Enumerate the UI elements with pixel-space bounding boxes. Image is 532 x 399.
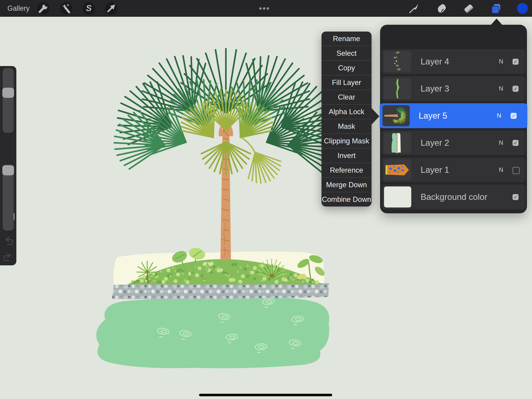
transform-button[interactable] (105, 2, 117, 15)
background-color-row[interactable]: Background color ✓ (382, 185, 525, 209)
menu-callout-arrow (372, 108, 379, 124)
undo-button[interactable] (2, 234, 14, 247)
layer-visibility-checkbox[interactable]: ✓ (513, 140, 519, 146)
menu-item-alpha-lock[interactable]: Alpha Lock (322, 105, 372, 119)
svg-text:S: S (86, 3, 92, 13)
transform-arrow-icon (105, 2, 117, 15)
smudge-tool-button[interactable] (436, 3, 447, 14)
brush-tool-button[interactable] (408, 3, 419, 14)
blend-mode-badge[interactable]: N (496, 49, 506, 74)
menu-item-copy[interactable]: Copy (322, 61, 372, 75)
undo-icon (2, 234, 14, 247)
selection-s-icon: S (82, 2, 95, 15)
background-thumbnail[interactable] (384, 187, 411, 207)
brush-size-handle[interactable] (2, 88, 14, 98)
layer-name[interactable]: Layer 2 (421, 130, 449, 155)
redo-icon (2, 251, 14, 263)
layer2-thumbnail[interactable] (384, 132, 411, 153)
paintbrush-icon (408, 3, 419, 14)
menu-item-fill-layer[interactable]: Fill Layer (322, 75, 372, 90)
layer-name[interactable]: Layer 4 (421, 49, 449, 74)
layer5-thumbnail[interactable] (382, 105, 410, 126)
layers-panel-button[interactable] (490, 3, 501, 14)
menu-item-clear[interactable]: Clear (322, 90, 372, 105)
blend-mode-badge[interactable]: N (496, 130, 506, 155)
redo-button[interactable] (2, 251, 14, 263)
adjustments-button[interactable] (60, 2, 73, 15)
actions-button[interactable] (37, 2, 50, 15)
brush-opacity-handle[interactable] (2, 165, 14, 175)
layer-row-layer2[interactable]: Layer 2 N ✓ (382, 130, 525, 155)
blend-mode-badge[interactable]: N (494, 103, 504, 128)
menu-item-rename[interactable]: Rename (322, 32, 372, 46)
layer-visibility-checkbox[interactable]: ✓ (513, 194, 519, 200)
active-color-swatch (517, 3, 528, 14)
color-button[interactable] (517, 3, 528, 14)
layer-name[interactable]: Layer 5 (419, 103, 447, 128)
blend-mode-badge[interactable]: N (496, 157, 506, 182)
layer-name[interactable]: Layer 3 (421, 76, 449, 101)
layer3-thumbnail[interactable] (384, 78, 411, 99)
brush-sidebar (0, 66, 16, 265)
layer1-thumbnail[interactable] (384, 159, 411, 180)
layer-visibility-checkbox[interactable]: ✓ (513, 86, 519, 92)
layer-visibility-checkbox[interactable]: ✓ (513, 59, 519, 65)
magic-wand-icon (60, 2, 73, 15)
top-toolbar: Gallery S (0, 0, 532, 17)
layer4-thumbnail[interactable] (384, 51, 411, 72)
eraser-icon (463, 3, 474, 14)
smudge-finger-icon (436, 3, 447, 14)
menu-item-invert[interactable]: Invert (322, 148, 372, 163)
menu-item-select[interactable]: Select (322, 46, 372, 61)
layer-row-layer3[interactable]: Layer 3 N ✓ (382, 76, 525, 101)
layer-visibility-checkbox[interactable]: ✓ (513, 167, 520, 174)
panel-callout-arrow (491, 19, 502, 25)
gallery-button[interactable]: Gallery (7, 0, 30, 17)
brush-size-slider[interactable] (3, 68, 14, 133)
blend-mode-badge[interactable]: N (496, 76, 506, 101)
wrench-icon (37, 2, 50, 15)
layer-row-layer4[interactable]: Layer 4 N ✓ (382, 49, 525, 74)
layer-visibility-checkbox[interactable]: ✓ (511, 113, 517, 119)
water-shape (96, 297, 329, 368)
eraser-tool-button[interactable] (463, 3, 474, 14)
background-label[interactable]: Background color (421, 185, 487, 209)
menu-item-reference[interactable]: Reference (322, 163, 372, 178)
canvas-options-button[interactable] (259, 0, 269, 17)
menu-item-clipping-mask[interactable]: Clipping Mask (322, 134, 372, 148)
layer-row-layer5[interactable]: Layer 5 N ✓ (380, 103, 527, 128)
home-indicator[interactable] (199, 394, 332, 396)
layer-name[interactable]: Layer 1 (421, 157, 449, 182)
layer-row-layer1[interactable]: Layer 1 N ✓ (382, 157, 525, 182)
menu-item-merge-down[interactable]: Merge Down (322, 178, 372, 192)
procreate-app: Gallery S (0, 0, 532, 399)
layer-context-menu: Rename Select Copy Fill Layer Clear Alph… (322, 32, 372, 206)
menu-item-combine-down[interactable]: Combine Down (322, 192, 372, 206)
pebble-wall (112, 283, 329, 299)
selection-button[interactable]: S (82, 2, 95, 15)
layers-panel: Layers + Layer 4 N ✓ (380, 25, 527, 213)
menu-item-mask[interactable]: Mask (322, 119, 372, 134)
